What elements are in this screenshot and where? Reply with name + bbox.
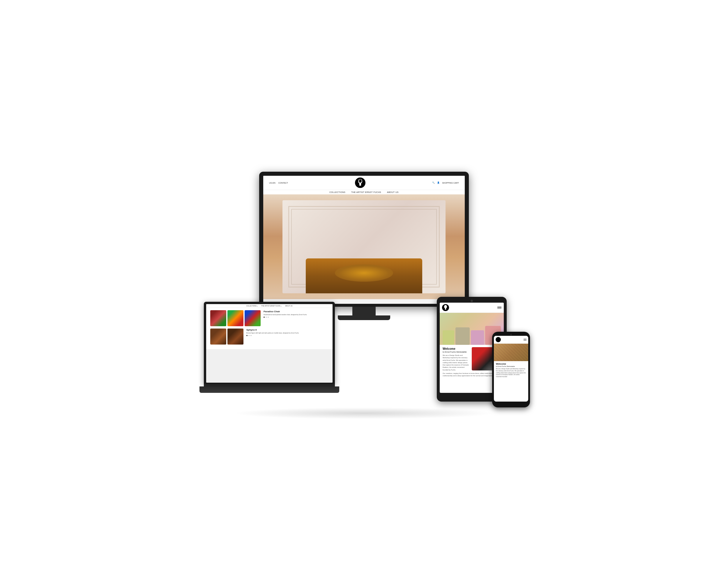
phone-bezel: Welcome to Ernst Fuchs Werkstætte We are…	[492, 332, 530, 408]
cart-link[interactable]: SHOPPING CART	[442, 182, 459, 184]
logo-area	[288, 177, 432, 188]
cushion-2	[456, 327, 470, 345]
svg-point-5	[359, 181, 360, 181]
nav-collections[interactable]: COLLECTIONS	[329, 191, 345, 193]
laptop-nav: COLLECTIONS » THE ARTIST ERNST FUCHS » A…	[206, 304, 333, 308]
phone-screen: Welcome to Ernst Fuchs Werkstætte We are…	[494, 336, 528, 401]
product-image-3[interactable]	[244, 310, 261, 326]
nav-about[interactable]: ABOUT US	[387, 191, 399, 193]
product-image-1[interactable]	[210, 310, 226, 326]
dot-5[interactable]	[249, 335, 250, 336]
monitor-base	[338, 315, 390, 320]
cushion-1	[443, 330, 454, 345]
svg-rect-1	[359, 183, 361, 186]
dot-6[interactable]	[251, 335, 252, 336]
site-logo[interactable]	[355, 177, 365, 188]
main-navigation: COLLECTIONS THE ARTIST ERNST FUCHS ABOUT…	[263, 190, 465, 194]
monitor-neck	[353, 307, 375, 315]
product-desc-2: Bronze figure with light and dark patina…	[246, 332, 299, 334]
laptop-screen: COLLECTIONS » THE ARTIST ERNST FUCHS » A…	[206, 304, 333, 383]
product-image-4[interactable]	[210, 329, 226, 344]
monitor-screen: US-EN CONTACT	[263, 176, 465, 304]
product-images-2	[210, 329, 243, 344]
tablet-nav	[440, 303, 504, 313]
search-icon[interactable]: 🔍	[432, 182, 435, 184]
laptop-hinge	[204, 384, 335, 386]
menu-line-1	[497, 306, 501, 307]
product-row-2: Sphynx II Bronze figure with light and d…	[210, 329, 329, 344]
product-info-1: Paradiso Chair Handmade & hand-painted w…	[263, 310, 307, 318]
phone-menu-line-3	[524, 340, 526, 340]
tablet-menu-icon[interactable]	[497, 306, 501, 309]
dot-3[interactable]	[268, 316, 269, 318]
account-icon[interactable]: 👤	[437, 182, 440, 184]
product-images	[210, 310, 261, 326]
laptop-lid: COLLECTIONS » THE ARTIST ERNST FUCHS » A…	[204, 302, 335, 384]
carousel-dots-1	[263, 316, 307, 318]
product-title-2: Sphynx II	[246, 329, 299, 331]
monitor-bezel: US-EN CONTACT	[259, 172, 469, 307]
phone-description: We are a Design Studio and Workshop insp…	[496, 368, 526, 378]
svg-point-6	[444, 305, 447, 308]
carousel-dots-2	[246, 335, 299, 336]
dot-2[interactable]	[266, 316, 267, 318]
product-image-2[interactable]	[228, 310, 243, 326]
product-desc-1: Handmade & hand-painted wooden chair, de…	[263, 314, 307, 316]
laptop-nav-collections[interactable]: COLLECTIONS »	[246, 305, 258, 307]
tablet-logo-icon	[443, 305, 448, 310]
mockup-scene: US-EN CONTACT	[204, 172, 524, 410]
phone-content: Welcome to Ernst Fuchs Werkstætte We are…	[494, 361, 528, 380]
cushion-3	[471, 330, 484, 345]
phone-logo[interactable]	[496, 337, 501, 342]
contact-link[interactable]: CONTACT	[278, 182, 288, 184]
phone-device: Welcome to Ernst Fuchs Werkstætte We are…	[492, 332, 530, 408]
laptop-nav-artist[interactable]: THE ARTIST ERNST FUCHS »	[261, 305, 282, 307]
laptop-base	[200, 386, 339, 393]
header-left: US-EN CONTACT	[269, 182, 288, 184]
site-header: US-EN CONTACT	[263, 176, 465, 190]
nav-artist[interactable]: THE ARTIST ERNST FUCHS	[351, 191, 381, 193]
header-right: 🔍 👤 SHOPPING CART	[432, 182, 459, 184]
hero-panel	[283, 200, 445, 293]
lang-selector[interactable]: US-EN	[269, 182, 276, 184]
dot-4[interactable]	[246, 335, 248, 336]
product-image-5[interactable]	[228, 329, 243, 344]
laptop-content: Paradiso Chair Handmade & hand-painted w…	[206, 308, 333, 349]
phone-hero	[494, 344, 528, 361]
wood-carving	[306, 258, 422, 293]
product-title-1: Paradiso Chair	[263, 310, 307, 313]
dot-1[interactable]	[263, 316, 265, 318]
phone-menu-icon[interactable]	[524, 339, 526, 340]
laptop-nav-about[interactable]: ABOUT US	[285, 305, 292, 307]
scene-shadow	[233, 408, 495, 419]
product-info-2: Sphynx II Bronze figure with light and d…	[246, 329, 299, 336]
menu-line-3	[497, 308, 501, 309]
svg-rect-7	[445, 308, 446, 310]
phone-welcome-sub: to Ernst Fuchs Werkstætte	[496, 365, 526, 367]
phone-welcome-heading: Welcome	[496, 363, 526, 365]
menu-line-2	[497, 307, 501, 308]
svg-point-4	[359, 179, 362, 183]
phone-nav	[494, 336, 528, 344]
phone-hero-texture	[494, 344, 528, 361]
hero-section	[263, 194, 465, 299]
logo-icon	[357, 178, 364, 187]
phone-menu-line-1	[524, 339, 526, 339]
product-row-1: Paradiso Chair Handmade & hand-painted w…	[210, 310, 329, 326]
tablet-logo[interactable]	[442, 304, 449, 311]
laptop-device: COLLECTIONS » THE ARTIST ERNST FUCHS » A…	[204, 302, 339, 393]
